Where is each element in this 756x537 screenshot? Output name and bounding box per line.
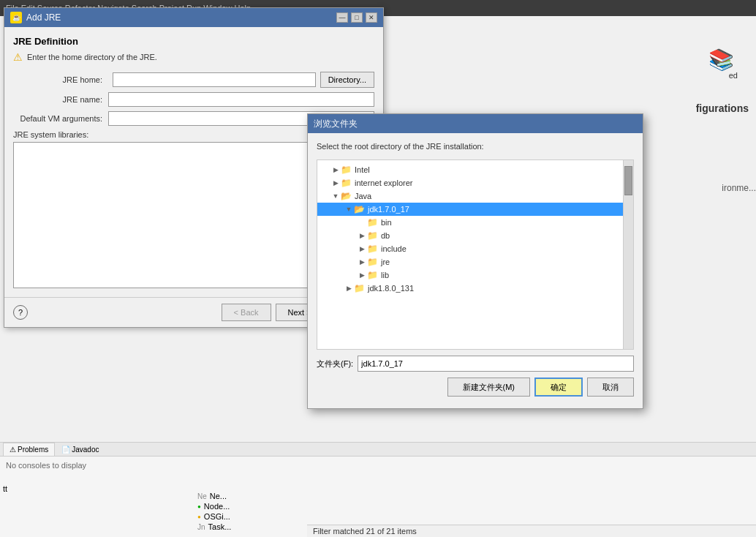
footer-left: ? bbox=[13, 305, 28, 320]
tree-label-lib: lib bbox=[381, 271, 389, 279]
dialog-title: Add JRE bbox=[26, 12, 61, 23]
sidebar-item-ne: Ne Ne... bbox=[197, 492, 231, 500]
tree-item-db[interactable]: ▶ 📁 db bbox=[317, 229, 633, 242]
tree-scrollbar[interactable] bbox=[623, 160, 633, 349]
tree-content: ▶ 📁 Intel ▶ 📁 internet explorer ▼ 📂 Java bbox=[317, 160, 633, 298]
sidebar-bottom-items: Ne Ne... ● Node... ● OSGi... Jn Task... bbox=[197, 492, 231, 531]
browse-footer: 新建文件夹(M) 确定 取消 bbox=[317, 372, 634, 399]
tree-item-ie[interactable]: ▶ 📁 internet explorer bbox=[317, 176, 633, 189]
folder-icon-java: 📂 bbox=[341, 191, 352, 201]
warning-row: ⚠ Enter the home directory of the JRE. bbox=[13, 51, 374, 63]
orange-dot-icon: ● bbox=[197, 514, 201, 520]
jre-name-label: JRE name: bbox=[13, 95, 108, 104]
tree-label-jre: jre bbox=[381, 258, 390, 266]
tree-label-bin: bin bbox=[381, 218, 392, 227]
add-jre-titlebar: ☕ Add JRE — □ ✕ bbox=[4, 8, 383, 27]
help-button[interactable]: ? bbox=[13, 305, 28, 320]
jre-home-label: JRE home: bbox=[13, 75, 108, 84]
tree-item-jre[interactable]: ▶ 📁 jre bbox=[317, 255, 633, 268]
expand-icon-java[interactable]: ▼ bbox=[330, 192, 341, 200]
tree-item-bin[interactable]: 📁 bin bbox=[317, 216, 633, 229]
browse-tree[interactable]: ▶ 📁 Intel ▶ 📁 internet explorer ▼ 📂 Java bbox=[317, 159, 634, 350]
folder-icon-jdk18: 📁 bbox=[354, 283, 365, 293]
tree-label-include: include bbox=[381, 244, 407, 253]
tree-label-jdk17: jdk1.7.0_17 bbox=[368, 205, 409, 214]
expand-icon-db[interactable]: ▶ bbox=[357, 232, 367, 239]
ne-icon: Ne bbox=[197, 492, 207, 500]
jre-definition-title: JRE Definition bbox=[13, 36, 374, 47]
javadoc-icon: 📄 bbox=[61, 446, 70, 454]
scrollbar-thumb[interactable] bbox=[624, 166, 632, 195]
browse-folder-row: 文件夹(F): bbox=[317, 356, 634, 372]
expand-icon-jre[interactable]: ▶ bbox=[357, 258, 367, 266]
tab-javadoc[interactable]: 📄 Javadoc bbox=[55, 443, 105, 456]
expand-icon-ie[interactable]: ▶ bbox=[330, 179, 341, 187]
expand-icon-include[interactable]: ▶ bbox=[357, 245, 367, 252]
browse-titlebar: 浏览文件夹 bbox=[308, 114, 643, 133]
filter-status-text: Filter matched 21 of 21 items bbox=[313, 527, 417, 536]
default-vm-label: Default VM arguments: bbox=[13, 114, 108, 123]
tree-label-intel: Intel bbox=[355, 165, 370, 174]
new-folder-button[interactable]: 新建文件夹(M) bbox=[447, 378, 531, 397]
libraries-list bbox=[13, 142, 311, 288]
browse-cancel-button[interactable]: 取消 bbox=[587, 378, 634, 397]
jre-home-input[interactable] bbox=[113, 72, 316, 87]
no-consoles-text: No consoles to display bbox=[0, 457, 756, 474]
folder-icon-intel: 📁 bbox=[341, 165, 352, 175]
minimize-button[interactable]: — bbox=[336, 12, 348, 23]
tree-item-jdk17[interactable]: ▼ 📂 jdk1.7.0_17 bbox=[317, 203, 633, 216]
jre-home-row: JRE home: Directory... bbox=[13, 72, 374, 88]
expand-icon-intel[interactable]: ▶ bbox=[330, 166, 341, 173]
bg-vironme-text: ironme... bbox=[722, 183, 756, 193]
tree-item-intel[interactable]: ▶ 📁 Intel bbox=[317, 163, 633, 176]
jre-name-input[interactable] bbox=[108, 92, 374, 107]
folder-icon-bin: 📁 bbox=[367, 217, 378, 228]
sidebar-item-task: Jn Task... bbox=[197, 522, 231, 531]
browse-title: 浏览文件夹 bbox=[314, 118, 358, 130]
directory-button[interactable]: Directory... bbox=[320, 72, 374, 88]
bg-ed-text: ed bbox=[729, 71, 738, 80]
warning-text: Enter the home directory of the JRE. bbox=[27, 53, 157, 61]
titlebar-left: ☕ Add JRE bbox=[10, 12, 61, 23]
jre-name-row: JRE name: bbox=[13, 92, 374, 107]
browse-folder-dialog: 浏览文件夹 Select the root directory of the J… bbox=[307, 113, 643, 409]
bg-configurations-text: figurations bbox=[696, 102, 749, 114]
folder-icon-jre: 📁 bbox=[367, 257, 378, 267]
sidebar-item-osgi: ● OSGi... bbox=[197, 512, 231, 521]
tt-label: tt bbox=[3, 484, 7, 493]
jre-icon: ☕ bbox=[10, 12, 22, 23]
browse-instruction: Select the root directory of the JRE ins… bbox=[317, 142, 634, 151]
close-button[interactable]: ✕ bbox=[366, 12, 377, 23]
tree-item-jdk18[interactable]: ▶ 📁 jdk1.8.0_131 bbox=[317, 282, 633, 295]
expand-icon-jdk18[interactable]: ▶ bbox=[344, 285, 354, 292]
tree-label-ie: internet explorer bbox=[355, 179, 413, 187]
jn-icon: Jn bbox=[197, 523, 205, 531]
folder-icon-jdk17: 📂 bbox=[354, 204, 365, 214]
titlebar-controls: — □ ✕ bbox=[336, 12, 377, 23]
tree-item-lib[interactable]: ▶ 📁 lib bbox=[317, 268, 633, 282]
tree-label-db: db bbox=[381, 231, 390, 240]
tree-item-java[interactable]: ▼ 📂 Java bbox=[317, 189, 633, 203]
folder-label: 文件夹(F): bbox=[317, 358, 353, 369]
tree-item-include[interactable]: ▶ 📁 include bbox=[317, 242, 633, 255]
folder-icon-lib: 📁 bbox=[367, 270, 378, 280]
warning-icon: ⚠ bbox=[13, 51, 23, 63]
browse-body: Select the root directory of the JRE ins… bbox=[308, 133, 643, 408]
tab-problems[interactable]: ⚠ Problems bbox=[3, 443, 55, 456]
books-icon: 📚 bbox=[708, 48, 734, 72]
problems-icon: ⚠ bbox=[10, 446, 16, 454]
tree-label-jdk18: jdk1.8.0_131 bbox=[368, 284, 414, 293]
folder-input[interactable] bbox=[358, 356, 634, 372]
folder-icon-ie: 📁 bbox=[341, 178, 352, 188]
folder-icon-db: 📁 bbox=[367, 230, 378, 241]
green-dot-icon: ● bbox=[197, 503, 201, 510]
maximize-button[interactable]: □ bbox=[351, 12, 363, 23]
sidebar-item-node: ● Node... bbox=[197, 502, 231, 511]
folder-icon-include: 📁 bbox=[367, 244, 378, 254]
back-button[interactable]: < Back bbox=[222, 304, 271, 321]
expand-icon-jdk17[interactable]: ▼ bbox=[344, 206, 354, 213]
confirm-button[interactable]: 确定 bbox=[534, 378, 583, 397]
expand-icon-lib[interactable]: ▶ bbox=[357, 271, 367, 279]
tree-label-java: Java bbox=[355, 192, 371, 200]
filter-status-bar: Filter matched 21 of 21 items bbox=[307, 525, 756, 537]
